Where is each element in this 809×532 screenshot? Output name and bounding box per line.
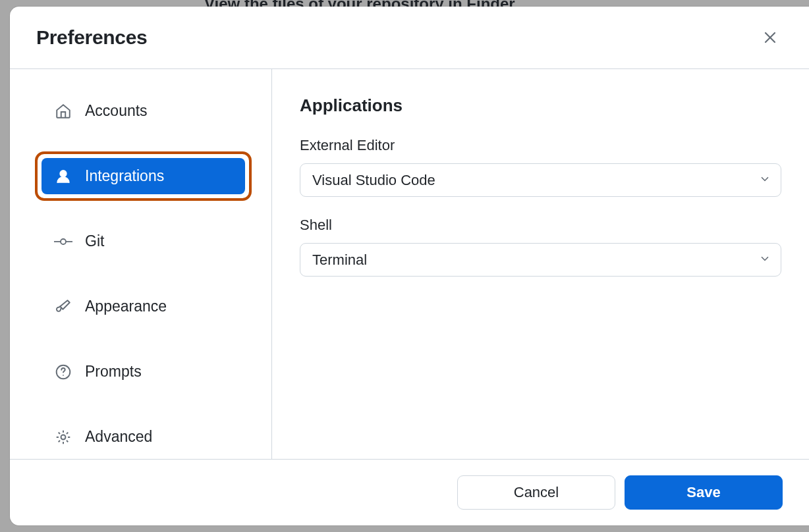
highlight-ring: Integrations: [35, 151, 252, 201]
shell-group: Shell Terminal: [300, 217, 781, 277]
external-editor-group: External Editor Visual Studio Code: [300, 137, 781, 197]
gear-icon: [55, 429, 72, 446]
svg-point-2: [60, 171, 66, 176]
sidebar-item-label: Integrations: [85, 167, 164, 185]
close-icon: [762, 29, 779, 46]
svg-point-7: [63, 375, 64, 376]
sidebar-item-label: Advanced: [85, 428, 152, 446]
person-icon: [55, 168, 72, 185]
save-button[interactable]: Save: [625, 475, 783, 510]
modal-header: Preferences: [10, 7, 809, 69]
modal-body: Accounts Integrations Git: [10, 69, 809, 459]
sidebar-item-label: Git: [85, 232, 104, 250]
external-editor-select[interactable]: Visual Studio Code: [300, 163, 781, 197]
section-heading: Applications: [300, 95, 781, 116]
sidebar-item-integrations[interactable]: Integrations: [42, 158, 245, 194]
sidebar-item-advanced[interactable]: Advanced: [42, 419, 245, 455]
svg-point-3: [61, 239, 66, 244]
sidebar-item-accounts[interactable]: Accounts: [42, 93, 245, 129]
preferences-modal: Preferences Accounts: [10, 7, 809, 525]
sidebar-item-git[interactable]: Git: [42, 223, 245, 259]
shell-select-wrap: Terminal: [300, 243, 781, 277]
cancel-button[interactable]: Cancel: [457, 475, 615, 510]
external-editor-select-wrap: Visual Studio Code: [300, 163, 781, 197]
home-icon: [55, 103, 72, 120]
external-editor-label: External Editor: [300, 137, 781, 154]
sidebar-item-label: Prompts: [85, 363, 142, 381]
close-button[interactable]: [758, 25, 783, 50]
nav-list: Accounts Integrations Git: [42, 93, 245, 455]
preferences-sidebar: Accounts Integrations Git: [10, 69, 272, 459]
modal-title: Preferences: [36, 26, 147, 49]
sidebar-item-prompts[interactable]: Prompts: [42, 354, 245, 390]
git-commit-icon: [55, 233, 72, 250]
shell-select[interactable]: Terminal: [300, 243, 781, 277]
content-pane: Applications External Editor Visual Stud…: [272, 69, 809, 459]
question-circle-icon: [55, 363, 72, 381]
modal-footer: Cancel Save: [10, 459, 809, 525]
sidebar-item-label: Accounts: [85, 102, 148, 120]
paintbrush-icon: [55, 298, 72, 315]
sidebar-item-appearance[interactable]: Appearance: [42, 288, 245, 325]
shell-label: Shell: [300, 217, 781, 234]
svg-point-8: [61, 435, 66, 439]
sidebar-item-label: Appearance: [85, 298, 167, 315]
